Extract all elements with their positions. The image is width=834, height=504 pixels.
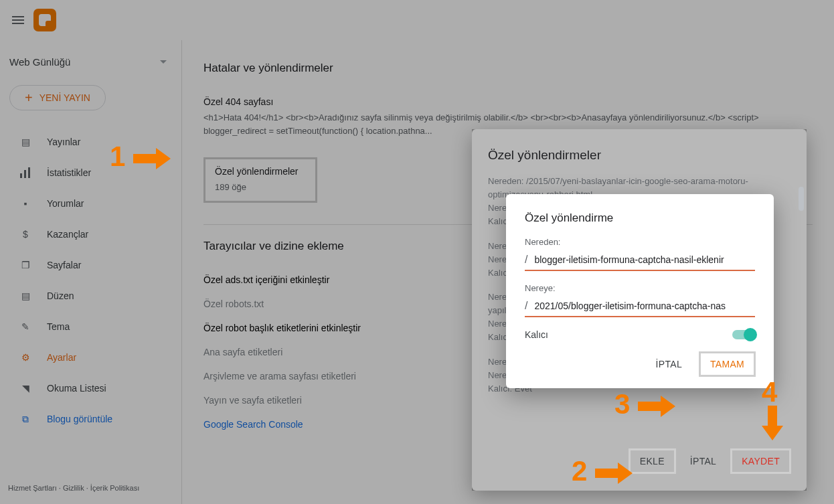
bookmark-icon: ◥ (19, 382, 32, 395)
blog-selector[interactable]: Web Günlüğü (0, 47, 181, 82)
add-button[interactable]: EKLE (629, 449, 675, 473)
to-field[interactable]: / (525, 297, 755, 317)
custom-redirects-label: Özel yönlendirmeler (215, 166, 306, 177)
svg-rect-0 (20, 173, 22, 178)
to-input[interactable] (534, 301, 755, 311)
edit-redirect-title: Özel yönlendirme (525, 212, 755, 225)
menu-icon[interactable] (12, 14, 24, 26)
sidebar-item-label: Düzen (47, 290, 74, 301)
dollar-icon: $ (19, 228, 32, 241)
gear-icon: ⚙ (19, 351, 32, 364)
permanent-label: Kalıcı (525, 329, 548, 340)
scrollbar[interactable] (799, 169, 804, 436)
from-field[interactable]: / (525, 251, 755, 271)
slash-prefix: / (525, 300, 527, 312)
chevron-down-icon (160, 60, 167, 64)
sidebar-item-label: Blogu görüntüle (47, 414, 112, 424)
custom-redirects-count: 189 öğe (215, 181, 306, 194)
slash-prefix: / (525, 254, 527, 266)
open-external-icon: ⧉ (19, 412, 32, 426)
sidebar-item-comments[interactable]: ▪Yorumlar (0, 188, 181, 219)
sidebar-item-label: Sayfalar (47, 260, 81, 270)
layout-icon: ▤ (19, 289, 32, 303)
blog-name: Web Günlüğü (9, 56, 70, 68)
to-label: Nereye: (525, 283, 755, 293)
blogger-logo-icon[interactable] (33, 9, 56, 31)
from-input[interactable] (534, 254, 755, 265)
posts-icon: ▤ (19, 135, 32, 149)
sidebar-item-label: Yayınlar (47, 137, 80, 147)
sidebar-item-label: Okuma Listesi (47, 383, 106, 394)
cancel-button[interactable]: İPTAL (679, 449, 727, 473)
save-button[interactable]: KAYDET (731, 449, 790, 473)
edit-redirect-dialog: Özel yönlendirme Nereden: / Nereye: / Ka… (506, 194, 774, 388)
pages-icon: ❐ (19, 258, 32, 272)
footer-links[interactable]: Hizmet Şartları · Gizlilik · İçerik Poli… (8, 484, 139, 492)
sidebar-item-label: Ayarlar (47, 352, 76, 363)
app-header (0, 0, 834, 40)
sidebar-item-stats[interactable]: İstatistikler (0, 157, 181, 188)
sidebar: Web Günlüğü + YENİ YAYIN ▤Yayınlar İstat… (0, 40, 182, 504)
sidebar-item-theme[interactable]: ✎Tema (0, 311, 181, 342)
sidebar-item-label: Yorumlar (47, 198, 84, 209)
plus-icon: + (25, 93, 33, 102)
sidebar-item-view-blog[interactable]: ⧉Blogu görüntüle (0, 404, 181, 434)
custom-404-label: Özel 404 sayfası (203, 96, 813, 107)
sidebar-item-posts[interactable]: ▤Yayınlar (0, 127, 181, 157)
comments-icon: ▪ (19, 197, 32, 210)
new-post-label: YENİ YAYIN (39, 92, 90, 103)
sidebar-item-settings[interactable]: ⚙Ayarlar (0, 342, 181, 373)
inner-cancel-button[interactable]: İPTAL (645, 352, 693, 376)
theme-icon: ✎ (19, 320, 32, 333)
section-errors-redirects: Hatalar ve yönlendirmeler (203, 62, 813, 75)
from-label: Nereden: (525, 237, 755, 247)
stats-icon (19, 166, 32, 179)
sidebar-item-label: Tema (47, 321, 70, 332)
redirects-dialog-title: Özel yönlendirmeler (472, 129, 807, 169)
new-post-button[interactable]: + YENİ YAYIN (9, 85, 106, 110)
sidebar-item-layout[interactable]: ▤Düzen (0, 280, 181, 311)
svg-rect-2 (28, 167, 30, 178)
sidebar-item-pages[interactable]: ❐Sayfalar (0, 250, 181, 280)
sidebar-item-earnings[interactable]: $Kazançlar (0, 219, 181, 250)
permanent-toggle[interactable] (732, 330, 755, 339)
ok-button[interactable]: TAMAM (699, 352, 755, 376)
svg-rect-1 (24, 170, 26, 178)
sidebar-item-label: Kazançlar (47, 229, 88, 240)
sidebar-item-reading-list[interactable]: ◥Okuma Listesi (0, 373, 181, 404)
sidebar-item-label: İstatistikler (47, 167, 91, 178)
